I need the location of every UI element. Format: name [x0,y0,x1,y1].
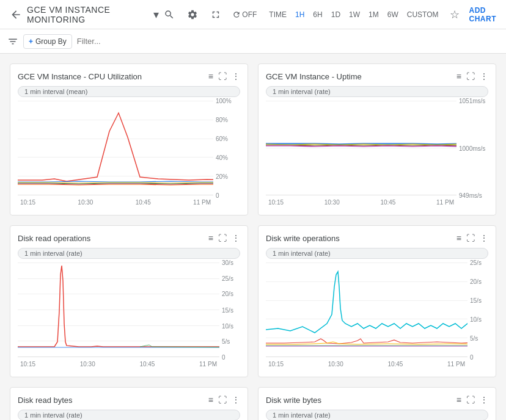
chart-disk-write-bytes-legend-icon[interactable]: ≡ [457,395,461,405]
chart-disk-read-bytes-expand-icon[interactable]: ⛶ [218,395,227,405]
chart-uptime-expand-icon[interactable]: ⛶ [466,71,475,81]
chart-cpu-title: GCE VM Instance - CPU Utilization [18,72,142,81]
star-button[interactable]: ☆ [447,5,462,24]
filter-input[interactable] [77,37,180,46]
filter-bar: + Group By [0,29,506,54]
chart-disk-read-bytes-header: Disk read bytes ≡ ⛶ ⋮ [18,395,240,405]
top-bar: GCE VM INSTANCE MONITORING ▾ OFF TIME 1H… [0,0,506,29]
toolbar-icons: OFF TIME 1H 6H 1D 1W 1M 6W CUSTOM ☆ ADD … [159,4,501,26]
cpu-y-labels: 100% 80% 60% 40% 20% 0 [213,101,240,195]
chart-disk-write-ops-icons: ≡ ⛶ ⋮ [457,233,488,243]
time-opt-1w[interactable]: 1W [345,8,364,21]
chart-disk-write-bytes-header: Disk write bytes ≡ ⛶ ⋮ [266,395,488,405]
chart-disk-write-bytes: Disk write bytes ≡ ⛶ ⋮ 1 min interval (r… [258,387,496,420]
refresh-label: OFF [242,10,257,19]
chart-disk-write-ops-expand-icon[interactable]: ⛶ [466,233,475,243]
disk-write-ops-x-labels: 10:15 10:30 10:45 11 PM [266,361,468,368]
chart-disk-write-bytes-interval: 1 min interval (rate) [266,410,488,420]
time-opt-6w[interactable]: 6W [384,8,402,21]
chart-uptime-title: GCE VM Instance - Uptime [266,72,362,81]
cpu-x-labels: 10:15 10:30 10:45 11 PM [18,199,213,206]
cpu-chart-svg [18,101,213,186]
uptime-x-labels: 10:15 10:30 10:45 11 PM [266,199,457,206]
chart-disk-read-ops: Disk read operations ≡ ⛶ ⋮ 1 min interva… [10,225,248,377]
chart-cpu-menu-icon[interactable]: ⋮ [232,71,240,81]
chart-disk-write-ops-header: Disk write operations ≡ ⛶ ⋮ [266,233,488,243]
chart-disk-write-ops-title: Disk write operations [266,234,340,243]
chart-uptime-header: GCE VM Instance - Uptime ≡ ⛶ ⋮ [266,71,488,81]
chart-disk-read-ops-menu-icon[interactable]: ⋮ [232,233,240,243]
chart-uptime: GCE VM Instance - Uptime ≡ ⛶ ⋮ 1 min int… [258,63,496,215]
time-options: TIME 1H 6H 1D 1W 1M 6W CUSTOM [265,8,442,21]
chart-disk-read-ops-legend-icon[interactable]: ≡ [208,233,213,243]
fullscreen-button[interactable] [205,4,226,25]
chart-uptime-icons: ≡ ⛶ ⋮ [457,71,488,81]
time-opt-1d[interactable]: 1D [328,8,344,21]
group-by-label: Group By [35,37,67,46]
chart-disk-read-ops-title: Disk read operations [18,234,90,243]
chart-cpu-expand-icon[interactable]: ⛶ [218,71,227,81]
chart-disk-write-ops-menu-icon[interactable]: ⋮ [480,233,488,243]
time-opt-time[interactable]: TIME [265,8,290,21]
chart-disk-read-bytes-menu-icon[interactable]: ⋮ [232,395,240,405]
title-dropdown-icon[interactable]: ▾ [153,8,159,21]
search-button[interactable] [159,4,180,25]
chart-disk-read-ops-expand-icon[interactable]: ⛶ [218,233,227,243]
chart-disk-write-ops: Disk write operations ≡ ⛶ ⋮ 1 min interv… [258,225,496,377]
chart-disk-write-bytes-menu-icon[interactable]: ⋮ [480,395,488,405]
chart-uptime-legend-icon[interactable]: ≡ [457,71,461,81]
chart-disk-read-ops-icons: ≡ ⛶ ⋮ [208,233,240,243]
disk-write-ops-chart-svg [266,262,468,348]
disk-read-ops-y-labels: 30/s 25/s 20/s 15/s 10/s 5/s 0 [219,262,240,357]
chart-disk-write-bytes-expand-icon[interactable]: ⛶ [466,395,475,405]
time-opt-1m[interactable]: 1M [365,8,383,21]
chart-uptime-interval: 1 min interval (rate) [266,86,488,97]
uptime-y-labels: 1051ms/s 1000ms/s 949ms/s [457,101,488,195]
chart-cpu-utilization: GCE VM Instance - CPU Utilization ≡ ⛶ ⋮ … [10,63,248,215]
chart-disk-read-ops-header: Disk read operations ≡ ⛶ ⋮ [18,233,240,243]
chart-disk-read-bytes-interval: 1 min interval (rate) [18,410,240,420]
disk-read-ops-x-labels: 10:15 10:30 10:45 11 PM [18,361,219,368]
time-opt-6h[interactable]: 6H [309,8,326,21]
charts-area: GCE VM Instance - CPU Utilization ≡ ⛶ ⋮ … [0,54,506,420]
add-chart-button[interactable]: ADD CHART [464,4,502,26]
time-opt-1h[interactable]: 1H [292,8,308,21]
chart-disk-read-bytes: Disk read bytes ≡ ⛶ ⋮ 1 min interval (ra… [10,387,248,420]
chart-disk-write-ops-legend-icon[interactable]: ≡ [457,233,461,243]
disk-read-ops-chart-svg [18,262,219,348]
filter-icon[interactable] [7,36,18,47]
chart-disk-write-bytes-icons: ≡ ⛶ ⋮ [457,395,488,405]
chart-cpu-interval: 1 min interval (mean) [18,86,240,97]
chart-disk-write-bytes-title: Disk write bytes [266,396,321,405]
group-by-button[interactable]: + Group By [23,34,72,49]
chart-disk-write-ops-interval: 1 min interval (rate) [266,248,488,259]
chart-cpu-icons: ≡ ⛶ ⋮ [208,71,240,81]
chart-disk-read-bytes-icons: ≡ ⛶ ⋮ [208,395,240,405]
chart-cpu-legend-icon[interactable]: ≡ [208,71,213,81]
page-title: GCE VM INSTANCE MONITORING [27,5,151,24]
refresh-control[interactable]: OFF [229,8,260,21]
chart-disk-read-bytes-legend-icon[interactable]: ≡ [208,395,213,405]
chart-disk-read-ops-interval: 1 min interval (rate) [18,248,240,259]
chart-disk-read-bytes-title: Disk read bytes [18,396,73,405]
time-opt-custom[interactable]: CUSTOM [403,8,442,21]
back-button[interactable] [5,4,27,26]
chart-uptime-menu-icon[interactable]: ⋮ [480,71,488,81]
settings-button[interactable] [182,4,203,25]
disk-write-ops-y-labels: 25/s 20/s 15/s 10/s 5/s 0 [468,262,488,357]
chart-cpu-header: GCE VM Instance - CPU Utilization ≡ ⛶ ⋮ [18,71,240,81]
uptime-chart-svg [266,101,457,186]
